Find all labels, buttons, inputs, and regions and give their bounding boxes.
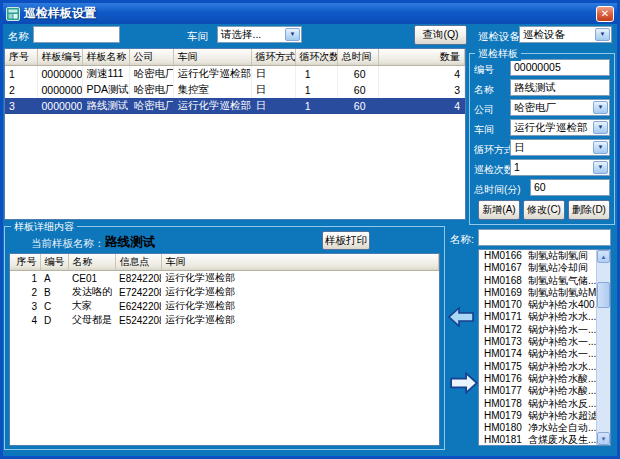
list-item[interactable]: HM0178锅炉补给水反... — [479, 398, 596, 410]
title-bar[interactable]: 巡检样板设置 ✕ — [3, 3, 617, 24]
table-row[interactable]: 1 00000003 测速111 哈密电厂 运行化学巡检部 日 1 60 4 — [5, 66, 465, 82]
field-workshop-label: 车间 — [474, 123, 494, 137]
column-header[interactable]: 总时间 — [337, 49, 378, 66]
column-header[interactable]: 车间 — [161, 254, 439, 271]
list-item[interactable]: HM0167制氢站冷却间 — [479, 262, 596, 274]
chevron-down-icon[interactable]: ▼ — [593, 101, 608, 114]
table-row[interactable]: 2 B 发达咯的 E7242208 运行化学巡检部 — [10, 285, 439, 299]
current-template-label: 当前样板名称： — [31, 237, 105, 251]
list-item[interactable]: HM0166制氢站制氢间 — [479, 250, 596, 262]
field-code-input[interactable]: 00000005 — [510, 59, 610, 76]
list-item[interactable]: HM0181含煤废水及生... — [479, 434, 596, 446]
list-item[interactable]: HM0177锅炉补给水酸... — [479, 385, 596, 397]
dialog-window: 巡检样板设置 ✕ 名称 车间 请选择... ▼ 查询(Q) 巡检设备 巡检设备 … — [0, 0, 620, 459]
chevron-down-icon[interactable]: ▼ — [593, 121, 608, 134]
add-button[interactable]: 新增(A) — [478, 200, 520, 220]
chevron-down-icon[interactable]: ▼ — [595, 28, 610, 41]
scroll-down-icon[interactable]: ▼ — [597, 432, 610, 445]
template-edit-group-label: 巡检样板 — [475, 47, 521, 61]
detail-table-body: 1 A CE01 E8242208 运行化学巡检部 2 B 发达咯的 E7242… — [10, 271, 439, 328]
field-total-label: 总时间(分) — [474, 183, 521, 197]
table-row[interactable]: 1 A CE01 E8242208 运行化学巡检部 — [10, 271, 439, 286]
field-name-label: 名称 — [474, 83, 494, 97]
table-row[interactable]: 3 C 大家 E6242208 运行化学巡检部 — [10, 299, 439, 313]
column-header[interactable]: 序号 — [10, 254, 40, 271]
detail-group: 当前样板名称： 路线测试 样板打印 序号编号名称信息点车间 1 A CE01 E… — [4, 226, 445, 450]
field-name-input[interactable]: 路线测试 — [510, 79, 610, 96]
current-template-value: 路线测试 — [105, 234, 155, 251]
list-item[interactable]: HM0179锅炉补给水超滤 — [479, 410, 596, 422]
field-cycle-select[interactable]: 日 ▼ — [510, 139, 610, 156]
column-header[interactable]: 样板名称 — [82, 49, 129, 66]
info-point-list: HM0166制氢站制氢间 HM0167制氢站冷却间 HM0168制氢站氢气储..… — [479, 250, 596, 446]
column-header[interactable]: 数量 — [378, 49, 465, 66]
column-header[interactable]: 循环方式 — [251, 49, 295, 66]
field-total-input[interactable]: 60 — [530, 179, 610, 196]
filter-workshop-select[interactable]: 请选择... ▼ — [217, 26, 302, 43]
move-left-button[interactable] — [447, 306, 475, 328]
app-icon — [6, 7, 20, 21]
chevron-down-icon[interactable]: ▼ — [593, 141, 608, 154]
table-row[interactable]: 4 D 父母都是 E5242208 运行化学巡检部 — [10, 313, 439, 327]
main-table-body: 1 00000003 测速111 哈密电厂 运行化学巡检部 日 1 60 4 2… — [5, 66, 465, 114]
column-header[interactable]: 车间 — [173, 49, 251, 66]
column-header[interactable]: 公司 — [129, 49, 173, 66]
chevron-down-icon[interactable]: ▼ — [285, 28, 300, 41]
print-button[interactable]: 样板打印 — [322, 231, 370, 250]
chevron-down-icon[interactable]: ▼ — [593, 161, 608, 174]
table-row[interactable]: 2 00000004 PDA测试 哈密电厂 集控室 日 1 60 3 — [5, 82, 465, 98]
column-header[interactable]: 序号 — [5, 49, 37, 66]
list-item[interactable]: HM0170锅炉补给水400... — [479, 299, 596, 311]
list-item[interactable]: HM0171锅炉补给水水... — [479, 311, 596, 323]
column-header[interactable]: 信息点 — [115, 254, 161, 271]
query-button[interactable]: 查询(Q) — [414, 25, 467, 45]
move-right-button[interactable] — [449, 371, 479, 395]
list-item[interactable]: HM0168制氢站氢气储... — [479, 275, 596, 287]
list-item[interactable]: HM0169制氢站制氢站M... — [479, 287, 596, 299]
device-select[interactable]: 巡检设备 ▼ — [519, 26, 612, 43]
template-table: 序号样板编号样板名称公司车间循环方式循环次数总时间数量 1 00000003 测… — [4, 48, 466, 220]
scrollbar-thumb[interactable] — [597, 282, 610, 308]
column-header[interactable]: 编号 — [40, 254, 68, 271]
window-title: 巡检样板设置 — [24, 5, 96, 22]
field-workshop-select[interactable]: 运行化学巡检部 ▼ — [510, 119, 610, 136]
picker-filter-input[interactable] — [478, 229, 611, 246]
filter-name-input[interactable] — [33, 26, 120, 43]
column-header[interactable]: 循环次数 — [295, 49, 337, 66]
field-times-select[interactable]: 1 ▼ — [510, 159, 610, 176]
detail-table-header-row: 序号编号名称信息点车间 — [10, 254, 439, 271]
info-point-listbox[interactable]: HM0166制氢站制氢间 HM0167制氢站冷却间 HM0168制氢站氢气储..… — [478, 249, 611, 446]
list-item[interactable]: HM0174锅炉补给水一... — [479, 348, 596, 360]
table-row[interactable]: 3 00000005 路线测试 哈密电厂 运行化学巡检部 日 1 60 4 — [5, 98, 465, 114]
template-table-header-row: 序号样板编号样板名称公司车间循环方式循环次数总时间数量 — [5, 49, 465, 66]
detail-table: 序号编号名称信息点车间 1 A CE01 E8242208 运行化学巡检部 2 … — [9, 253, 440, 446]
detail-group-label: 样板详细内容 — [11, 220, 77, 234]
filter-name-label: 名称 — [8, 30, 29, 44]
listbox-scrollbar[interactable]: ▲ ▼ — [596, 250, 610, 445]
field-company-label: 公司 — [474, 103, 494, 117]
close-button[interactable]: ✕ — [596, 6, 614, 22]
scroll-up-icon[interactable]: ▲ — [597, 250, 610, 263]
delete-button[interactable]: 删除(D) — [568, 200, 610, 220]
list-item[interactable]: HM0176锅炉补给水酸... — [479, 373, 596, 385]
field-code-label: 编号 — [474, 63, 494, 77]
column-header[interactable]: 名称 — [68, 254, 115, 271]
device-label: 巡检设备 — [478, 30, 520, 44]
picker-name-label: 名称: — [450, 233, 474, 247]
column-header[interactable]: 样板编号 — [37, 49, 82, 66]
field-cycle-label: 循环方式 — [474, 143, 514, 157]
field-company-select[interactable]: 哈密电厂 ▼ — [510, 99, 610, 116]
list-item[interactable]: HM0175锅炉补给水水... — [479, 361, 596, 373]
filter-workshop-label: 车间 — [187, 30, 208, 44]
field-times-label: 巡检次数 — [474, 163, 514, 177]
list-item[interactable]: HM0172锅炉补给水一... — [479, 324, 596, 336]
list-item[interactable]: HM0173锅炉补给水一... — [479, 336, 596, 348]
modify-button[interactable]: 修改(C) — [523, 200, 565, 220]
list-item[interactable]: HM0180净水站全自动... — [479, 422, 596, 434]
